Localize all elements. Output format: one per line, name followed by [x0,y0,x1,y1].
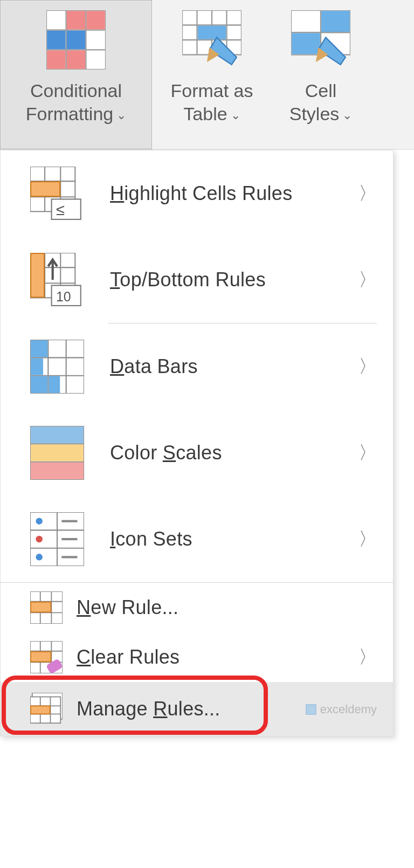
format-as-table-icon [182,10,242,70]
svg-point-58 [36,518,43,525]
highlight-cells-icon: ≤ [30,167,84,221]
svg-rect-44 [31,340,47,357]
svg-rect-59 [61,520,77,522]
new-rule-icon [30,591,63,624]
cell-styles-icon [291,10,350,70]
svg-rect-83 [31,706,50,714]
chevron-down-icon: ⌄ [342,108,352,123]
svg-rect-45 [31,358,43,375]
menu-top-bottom-rules[interactable]: 10 Top/Bottom Rules 〉 [1,237,393,323]
svg-rect-17 [198,26,226,39]
svg-rect-10 [67,50,85,68]
top-bottom-icon: 10 [30,253,84,307]
menu-data-bars[interactable]: Data Bars 〉 [1,323,393,410]
svg-rect-53 [31,463,84,479]
svg-rect-28 [31,182,60,196]
svg-rect-8 [67,31,85,49]
svg-rect-21 [321,11,350,32]
svg-text:≤: ≤ [56,201,65,218]
clear-rules-icon [30,641,63,673]
conditional-formatting-icon [46,10,106,70]
color-scales-icon [30,426,84,480]
menu-label: New Rule... [77,596,377,619]
chevron-right-icon: 〉 [358,267,377,292]
svg-rect-22 [292,33,320,54]
svg-point-62 [36,554,43,561]
menu-label: Icon Sets [110,528,358,550]
chevron-down-icon: ⌄ [116,108,126,123]
svg-rect-61 [61,538,77,540]
menu-clear-rules[interactable]: Clear Rules 〉 [1,632,393,682]
cell-styles-button[interactable]: Cell Styles⌄ [272,0,370,149]
menu-new-rule[interactable]: New Rule... [1,583,393,632]
cell-styles-label: Cell Styles⌄ [289,79,353,125]
conditional-formatting-button[interactable]: Conditional Formatting⌄ [0,0,152,149]
chevron-right-icon: 〉 [358,645,377,670]
watermark: exceldemy [305,702,377,717]
ribbon-styles-group: Conditional Formatting⌄ Format as Table⌄ [0,0,414,150]
svg-rect-5 [67,11,85,29]
data-bars-icon [30,340,84,394]
svg-rect-69 [31,602,51,612]
svg-rect-46 [31,376,47,393]
chevron-right-icon: 〉 [358,527,377,552]
chevron-right-icon: 〉 [358,354,377,379]
menu-label: Clear Rules [77,646,358,669]
svg-rect-6 [86,11,105,29]
menu-icon-sets[interactable]: Icon Sets 〉 [1,496,393,582]
chevron-right-icon: 〉 [358,181,377,206]
format-as-table-label: Format as Table⌄ [170,79,253,125]
menu-label: Highlight Cells Rules [110,182,358,205]
menu-label: Color Scales [110,442,358,464]
chevron-right-icon: 〉 [358,440,377,465]
menu-color-scales[interactable]: Color Scales 〉 [1,410,393,496]
format-as-table-button[interactable]: Format as Table⌄ [152,0,272,149]
svg-rect-51 [31,426,84,443]
svg-rect-7 [47,31,65,49]
conditional-formatting-label: Conditional Formatting⌄ [26,79,127,125]
svg-rect-47 [49,376,60,393]
svg-point-60 [36,536,43,543]
svg-text:10: 10 [56,289,71,304]
conditional-formatting-dropdown: ≤ Highlight Cells Rules 〉 10 Top/Bottom … [0,150,394,736]
svg-rect-9 [47,50,65,68]
svg-rect-52 [31,444,84,461]
svg-rect-75 [31,652,51,662]
menu-label: Data Bars [110,355,358,378]
chevron-down-icon: ⌄ [231,108,240,123]
svg-rect-84 [306,705,316,714]
svg-rect-63 [61,556,77,558]
manage-rules-icon [30,693,63,725]
menu-highlight-cells-rules[interactable]: ≤ Highlight Cells Rules 〉 [1,150,393,237]
svg-rect-36 [31,253,44,297]
icon-sets-icon [30,512,84,566]
menu-label: Top/Bottom Rules [110,268,358,291]
